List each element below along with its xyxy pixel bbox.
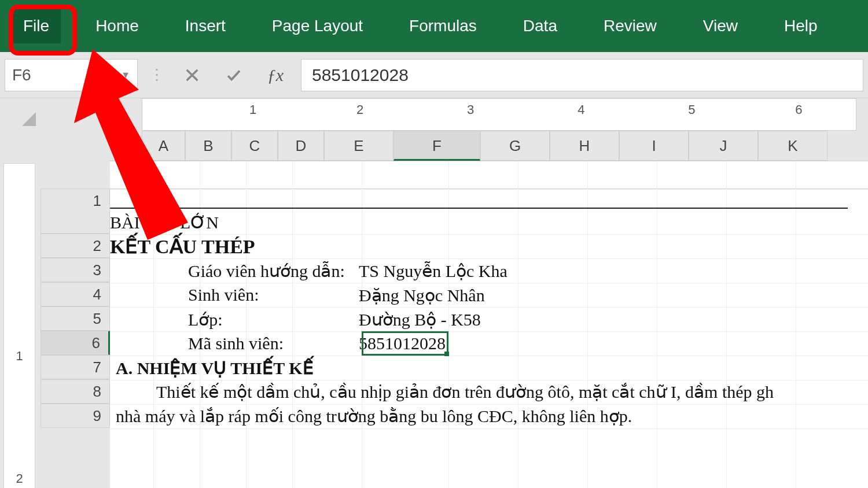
col-header-b[interactable]: B	[185, 131, 231, 161]
vruler-tick: 2	[16, 471, 23, 486]
worksheet: 1 2 1 2 3 4 5 6 7 8 9	[0, 161, 868, 488]
row-header-6[interactable]: 6	[41, 331, 110, 355]
ruler-tick: 4	[578, 102, 584, 117]
field-value-selected: 5851012028	[359, 334, 446, 353]
col-header-j[interactable]: J	[689, 131, 758, 161]
select-all-cell[interactable]	[0, 98, 41, 131]
row-header-7[interactable]: 7	[41, 355, 110, 379]
row-header-3[interactable]: 3	[41, 258, 110, 282]
tab-review[interactable]: Review	[592, 9, 668, 43]
tab-formulas[interactable]: Formulas	[398, 9, 488, 43]
vruler-tick: 1	[16, 349, 23, 364]
col-header-k[interactable]: K	[758, 131, 827, 161]
field-value: Đặng Ngọc Nhân	[359, 285, 485, 305]
cancel-formula-button[interactable]	[176, 59, 208, 91]
row-header-9[interactable]: 9	[41, 404, 110, 428]
sheet-cells[interactable]: BÀI TẬP LỚN KẾT CẤU THÉP Giáo viên hướng…	[110, 161, 868, 488]
col-header-c[interactable]: C	[231, 131, 278, 161]
field-label: Giáo viên hướng dẫn:	[110, 261, 359, 281]
ruler-tick: 6	[795, 102, 802, 117]
check-icon	[225, 66, 242, 84]
ruler-tick: 2	[356, 102, 363, 117]
col-header-a[interactable]: A	[142, 131, 185, 161]
x-icon	[184, 67, 200, 83]
col-header-f[interactable]: F	[393, 131, 480, 161]
column-headers: A B C D E F G H I J K	[0, 131, 868, 161]
chevron-down-icon: ▼	[121, 70, 130, 80]
vertical-ruler[interactable]: 1 2	[3, 163, 35, 488]
paragraph-text: Thiết kế một dầm chủ, cầu nhịp giản đơn …	[110, 380, 785, 404]
field-label: Sinh viên:	[110, 285, 359, 305]
enter-formula-button[interactable]	[218, 59, 250, 91]
tab-file[interactable]: File	[12, 9, 61, 43]
row-header-4[interactable]: 4	[41, 282, 110, 306]
tab-insert[interactable]: Insert	[174, 9, 237, 43]
row-header-8[interactable]: 8	[41, 379, 110, 404]
doc-title: KẾT CẤU THÉP	[110, 235, 868, 258]
field-label: Mã sinh viên:	[110, 334, 359, 353]
insert-function-button[interactable]: ƒx	[259, 59, 292, 91]
field-label: Lớp:	[110, 309, 359, 330]
name-box-value: F6	[12, 66, 31, 84]
ruler-row: 1 2 3 4 5 6	[0, 98, 868, 131]
tab-page-layout[interactable]: Page Layout	[260, 9, 374, 43]
col-header-d[interactable]: D	[278, 131, 324, 161]
col-header-i[interactable]: I	[619, 131, 689, 161]
formula-input[interactable]: 5851012028	[301, 59, 863, 91]
ruler-tick: 3	[467, 102, 474, 117]
row-header-5[interactable]: 5	[41, 306, 110, 331]
tab-home[interactable]: Home	[84, 9, 150, 43]
formula-value: 5851012028	[312, 65, 409, 85]
horizontal-ruler[interactable]: 1 2 3 4 5 6	[142, 98, 856, 131]
paragraph-text: nhà máy và lắp ráp mối công trường bằng …	[110, 404, 632, 428]
tab-data[interactable]: Data	[512, 9, 569, 43]
field-value: Đường Bộ - K58	[359, 309, 481, 330]
doc-supertitle: BÀI TẬP LỚN	[110, 191, 868, 232]
field-value: TS Nguyễn Lộc Kha	[359, 261, 507, 281]
ruler-tick: 1	[249, 102, 256, 117]
formula-bar: F6 ▼ ⋮ ƒx 5851012028	[0, 52, 868, 98]
col-header-h[interactable]: H	[550, 131, 619, 161]
tab-view[interactable]: View	[692, 9, 749, 43]
col-header-g[interactable]: G	[480, 131, 550, 161]
vertical-dots-icon[interactable]: ⋮	[147, 66, 167, 84]
row-headers: 1 2 3 4 5 6 7 8 9	[41, 161, 110, 488]
ruler-tick: 5	[688, 102, 695, 117]
name-box[interactable]: F6 ▼	[5, 59, 138, 91]
section-heading-a: A. NHIỆM VỤ THIẾT KẾ	[110, 358, 314, 378]
col-header-e[interactable]: E	[324, 131, 393, 161]
row-header-1[interactable]: 1	[41, 188, 110, 234]
ribbon: File Home Insert Page Layout Formulas Da…	[0, 0, 868, 52]
row-header-2[interactable]: 2	[41, 234, 110, 258]
tab-help[interactable]: Help	[773, 9, 829, 43]
